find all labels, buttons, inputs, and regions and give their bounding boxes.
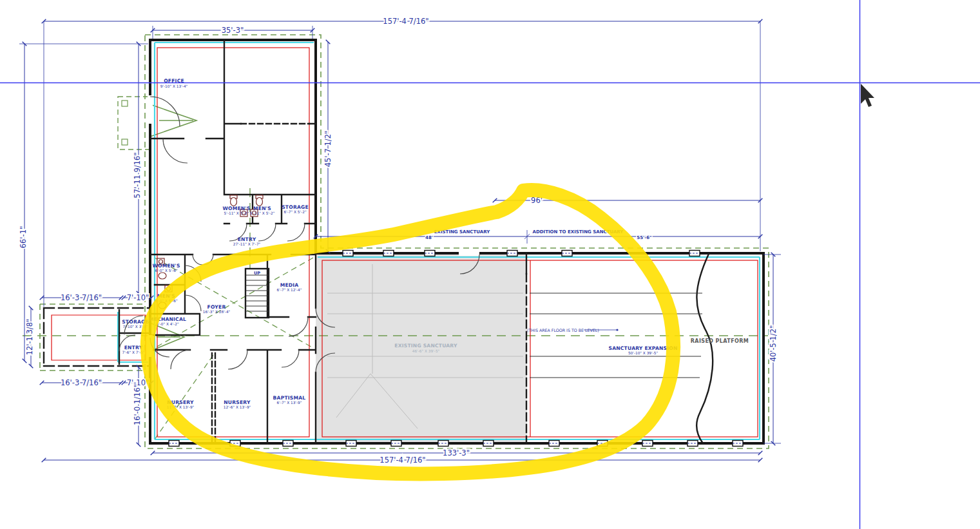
span-existing-dim: 48' — [425, 235, 433, 240]
room-size-storage-top: 6'-7" X 5'-2" — [283, 210, 306, 214]
dim-bottom-sanctuary: 133'-3" — [443, 448, 470, 457]
room-size-media: 6'-7" X 12'-4" — [277, 288, 302, 292]
room-size-entry-main: 27'-11" X 7'-7" — [233, 242, 261, 246]
room-size-sanctuary-expansion: 50'-10" X 39'-5" — [628, 351, 658, 355]
room-size-foyer: 16'-3" X 28'-4" — [203, 310, 231, 314]
staircase: UP — [245, 269, 269, 318]
dim-left-overall: 66'-1" — [19, 226, 28, 249]
dim-porch-width-b: 16'-3 7/16" — [61, 378, 102, 387]
room-label-foyer: FOYER — [207, 304, 226, 310]
span-addition-dim: 55'-6" — [637, 235, 651, 240]
room-label-womens-left: WOMEN'S — [152, 263, 180, 269]
room-size-womens-left: 6'-0" X 5'-6" — [155, 269, 177, 273]
room-label-baptismal: BAPTISMAL — [273, 395, 306, 401]
cad-canvas[interactable]: UP 157'-4 7/16" 35'-3" 45'-7 1/2" 66'-1"… — [0, 0, 980, 529]
room-label-mens-top: MEN'S — [253, 206, 271, 211]
room-size-office: 9'-10" X 13'-4" — [160, 84, 188, 88]
dim-top-overall: 157'-4 7/16" — [383, 17, 428, 26]
dim-left-wing: 57'-11 9/16" — [133, 152, 142, 198]
room-label-existing-sanctuary: EXISTING SANCTUARY — [394, 343, 457, 349]
dim-right-sanctuary: 40'-5 1/2" — [769, 325, 778, 362]
room-size-existing-sanctuary: 46'-6" X 39'-5" — [412, 349, 440, 353]
room-label-raised-platform: RAISED PLATFORM — [691, 338, 749, 344]
room-label-nursery-2: NURSERY — [224, 399, 251, 405]
room-label-storage-top: STORAGE — [282, 204, 309, 210]
stairs-up-label: UP — [254, 271, 260, 276]
room-label-entry-main: ENTRY — [238, 236, 256, 242]
room-size-mens-top: 5'-11" X 5'-2" — [250, 211, 275, 215]
room-label-entry-left: ENTRY — [124, 345, 143, 351]
room-label-womens-top: WOMEN'S — [222, 206, 250, 211]
room-label-media: MEDIA — [280, 282, 299, 288]
dim-porch-offset: 7'-10" — [127, 293, 149, 302]
floor-plan-drawing: UP 157'-4 7/16" 35'-3" 45'-7 1/2" 66'-1"… — [0, 0, 980, 529]
dim-left-lower: 16'-0 1/16" — [133, 384, 142, 425]
dim-bottom-overall: 157'-4 7/16" — [380, 456, 425, 465]
dim-porch-width: 16'-3 7/16" — [61, 293, 102, 302]
room-size-mechanical: 6'-0" X 4'-2" — [156, 322, 178, 326]
room-size-baptismal: 6'-7" X 13'-9" — [277, 401, 302, 405]
dim-top-wing: 35'-3" — [222, 26, 244, 35]
dim-right-wing: 45'-7 1/2" — [323, 131, 332, 168]
dim-porch-height: 12'-1 3/8" — [25, 319, 34, 356]
floor-level-note: (THIS AREA FLOOR IS TO BE LEVEL) — [527, 328, 599, 332]
mouse-cursor — [861, 84, 874, 107]
room-size-womens-top: 5'-11" X 5'-2" — [224, 211, 249, 215]
room-size-nursery-2: 12'-6" X 13'-9" — [224, 405, 251, 409]
